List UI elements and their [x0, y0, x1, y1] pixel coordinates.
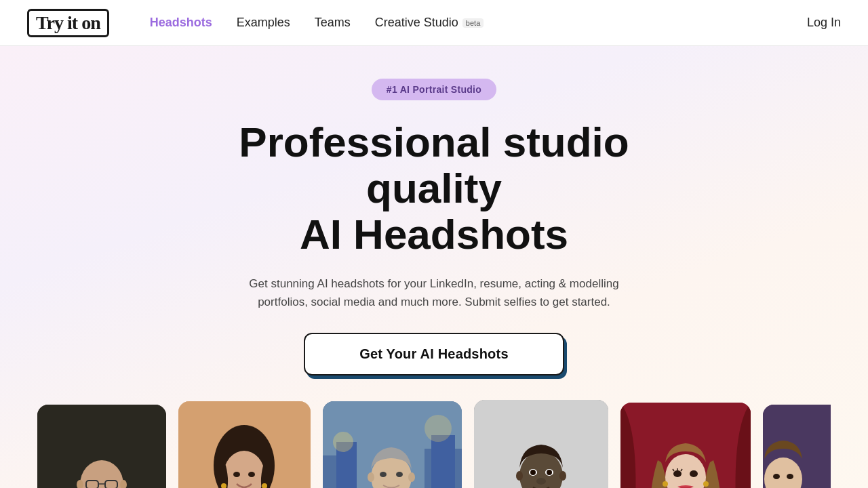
svg-point-20	[233, 472, 240, 477]
svg-point-33	[333, 432, 353, 452]
logo-text: Try it on	[27, 9, 109, 37]
svg-point-72	[690, 470, 698, 477]
svg-point-41	[396, 472, 403, 477]
photo-strip	[27, 400, 841, 488]
photo-card-2	[178, 401, 311, 488]
photo-card-5	[620, 403, 751, 488]
navbar: Try it on Headshots Examples Teams Creat…	[0, 0, 868, 46]
beta-badge: beta	[462, 18, 484, 28]
svg-point-60	[516, 471, 523, 481]
svg-point-85	[787, 474, 793, 479]
nav-creative-studio[interactable]: Creative Studio beta	[375, 16, 484, 30]
svg-point-77	[703, 481, 709, 487]
svg-point-42	[368, 472, 374, 482]
svg-point-61	[559, 471, 566, 481]
hero-title: Professional studio quality AI Headshots	[197, 119, 671, 258]
hero-subtitle: Get stunning AI headshots for your Linke…	[244, 274, 624, 311]
nav-links: Headshots Examples Teams Creative Studio…	[150, 16, 807, 30]
nav-teams[interactable]: Teams	[315, 16, 351, 30]
svg-point-76	[663, 481, 668, 487]
photo-card-4	[474, 400, 608, 488]
svg-point-21	[248, 472, 255, 477]
hero-badge: #1 AI Portrait Studio	[372, 79, 496, 100]
svg-point-40	[380, 472, 387, 477]
svg-point-59	[536, 478, 546, 485]
svg-point-56	[530, 470, 536, 475]
svg-point-71	[673, 470, 682, 477]
hero-section: #1 AI Portrait Studio Professional studi…	[0, 46, 868, 488]
nav-login[interactable]: Log In	[807, 16, 841, 30]
photo-card-6	[763, 405, 831, 488]
nav-headshots[interactable]: Headshots	[150, 16, 212, 30]
photo-card-3	[323, 401, 462, 488]
svg-point-84	[773, 474, 780, 479]
logo[interactable]: Try it on	[27, 9, 109, 37]
svg-point-58	[547, 470, 552, 475]
photo-card-1	[37, 405, 166, 488]
svg-point-34	[425, 415, 452, 442]
nav-examples[interactable]: Examples	[237, 16, 290, 30]
svg-rect-32	[431, 435, 455, 488]
svg-point-43	[408, 472, 415, 482]
cta-button[interactable]: Get Your AI Headshots	[304, 333, 564, 375]
